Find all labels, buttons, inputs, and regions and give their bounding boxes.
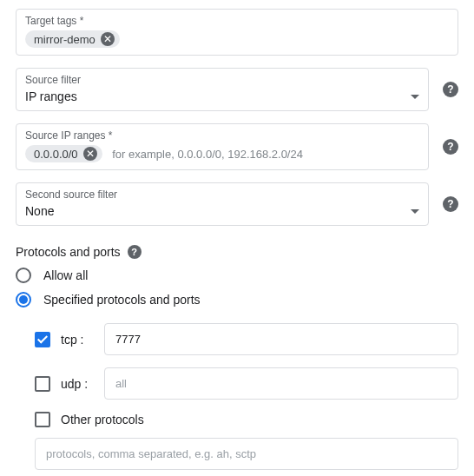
source-ip-ranges-frame[interactable]: Source IP ranges * 0.0.0.0/0 ✕ for examp… xyxy=(16,123,429,170)
ip-range-chip[interactable]: 0.0.0.0/0 ✕ xyxy=(25,145,102,162)
source-filter-label: Source filter xyxy=(25,74,419,86)
second-source-filter-field: Second source filter None ? xyxy=(16,182,458,226)
other-protocols-input[interactable] xyxy=(35,438,458,470)
specified-radio-row[interactable]: Specified protocols and ports xyxy=(16,292,458,307)
target-tags-field: Target tags * mirror-demo ✕ xyxy=(16,9,458,56)
other-label: Other protocols xyxy=(61,413,144,426)
tcp-label: tcp : xyxy=(61,333,104,347)
second-source-filter-label: Second source filter xyxy=(25,188,419,201)
close-icon[interactable]: ✕ xyxy=(101,32,115,46)
chevron-down-icon xyxy=(411,209,419,214)
protocols-section-title: Protocols and ports ? xyxy=(16,245,458,259)
chevron-down-icon xyxy=(411,95,419,99)
udp-row: udp : xyxy=(35,367,458,400)
source-filter-value: IP ranges xyxy=(25,89,77,103)
help-icon[interactable]: ? xyxy=(443,82,458,97)
udp-checkbox[interactable] xyxy=(35,376,50,392)
tcp-row: tcp : xyxy=(35,323,458,355)
protocols-block: tcp : udp : Other protocols xyxy=(35,323,458,470)
help-icon[interactable]: ? xyxy=(128,245,142,259)
target-tag-chip[interactable]: mirror-demo ✕ xyxy=(25,30,120,48)
ip-range-hint: for example, 0.0.0.0/0, 192.168.2.0/24 xyxy=(112,148,303,161)
specified-radio[interactable] xyxy=(16,292,31,307)
allow-all-radio-row[interactable]: Allow all xyxy=(16,268,458,283)
help-icon[interactable]: ? xyxy=(443,139,458,155)
second-source-filter-value: None xyxy=(25,204,54,218)
help-icon[interactable]: ? xyxy=(443,196,458,212)
tcp-checkbox[interactable] xyxy=(35,332,50,347)
chip-text: 0.0.0.0/0 xyxy=(34,148,78,161)
target-tags-frame[interactable]: Target tags * mirror-demo ✕ xyxy=(16,9,458,56)
target-tags-label: Target tags * xyxy=(25,15,449,27)
source-ip-ranges-label: Source IP ranges * xyxy=(25,129,419,142)
other-checkbox[interactable] xyxy=(35,412,50,427)
chip-text: mirror-demo xyxy=(34,33,95,46)
source-ip-ranges-field: Source IP ranges * 0.0.0.0/0 ✕ for examp… xyxy=(16,123,458,170)
other-protocols-row: Other protocols xyxy=(35,412,458,427)
close-icon[interactable]: ✕ xyxy=(83,147,97,161)
udp-label: udp : xyxy=(61,377,104,391)
allow-all-radio[interactable] xyxy=(16,268,31,283)
udp-port-input[interactable] xyxy=(104,367,458,400)
source-filter-field: Source filter IP ranges ? xyxy=(16,68,458,111)
specified-label: Specified protocols and ports xyxy=(43,293,201,307)
allow-all-label: Allow all xyxy=(43,268,88,282)
source-filter-select[interactable]: Source filter IP ranges xyxy=(16,68,429,111)
section-title-text: Protocols and ports xyxy=(16,245,121,259)
tcp-port-input[interactable] xyxy=(104,323,458,355)
second-source-filter-select[interactable]: Second source filter None xyxy=(16,182,429,226)
